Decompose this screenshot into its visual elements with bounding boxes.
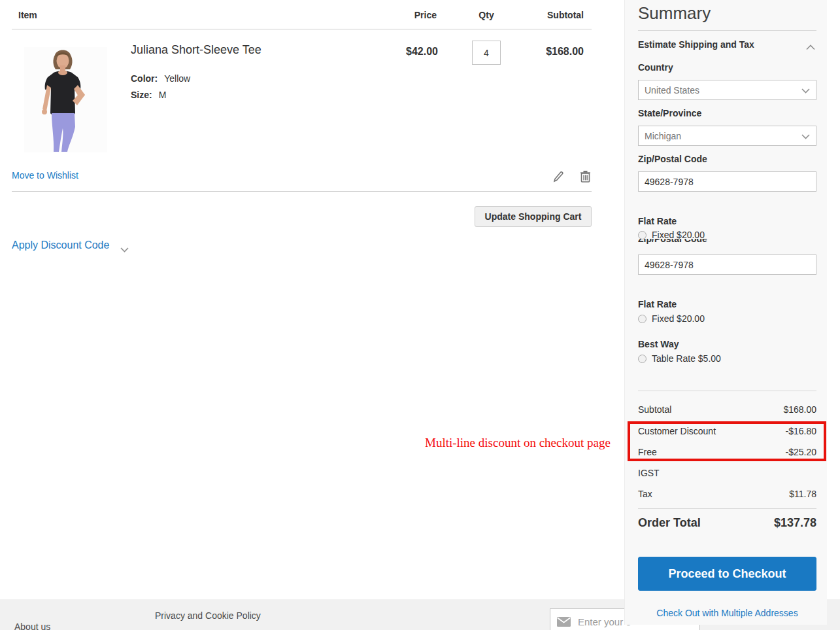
product-name[interactable]: Juliana Short-Sleeve Tee	[131, 43, 261, 57]
size-label: Size:	[131, 90, 152, 100]
column-header-item: Item	[18, 10, 37, 20]
zip-input[interactable]	[638, 171, 816, 192]
country-label: Country	[638, 62, 816, 73]
edit-item-icon[interactable]	[553, 171, 564, 186]
cart-row-divider	[12, 191, 592, 192]
summary-panel: Summary Estimate Shipping and Tax Countr…	[624, 0, 827, 625]
radio-button-icon[interactable]	[638, 231, 647, 239]
total-value: $11.78	[789, 489, 816, 499]
total-value: -$16.80	[786, 426, 816, 436]
move-to-wishlist-link[interactable]: Move to Wishlist	[12, 170, 78, 181]
country-select[interactable]: United States	[638, 80, 816, 100]
column-header-qty: Qty	[467, 10, 506, 20]
product-image[interactable]	[24, 47, 107, 152]
order-total-value: $137.78	[774, 516, 816, 530]
shipping-option-label: Fixed $20.00	[652, 313, 705, 324]
delete-item-icon[interactable]	[580, 170, 591, 186]
country-selected-value: United States	[645, 85, 699, 96]
column-header-price: Price	[366, 10, 437, 20]
totals-divider	[638, 391, 816, 391]
annotation-text: Multi-line discount on checkout page	[425, 436, 611, 450]
total-row-free-discount: Free -$25.20	[638, 447, 816, 457]
total-label: IGST	[638, 468, 660, 478]
radio-button-icon[interactable]	[638, 315, 647, 323]
color-value: Yellow	[164, 73, 190, 84]
state-select[interactable]: Michigan	[638, 126, 816, 146]
total-value: $168.00	[783, 404, 816, 415]
total-label: Subtotal	[638, 404, 671, 415]
item-subtotal: $168.00	[505, 46, 584, 58]
column-header-subtotal: Subtotal	[513, 10, 584, 20]
chevron-down-icon[interactable]	[120, 243, 129, 255]
item-price: $42.00	[360, 46, 438, 58]
total-row-customer-discount: Customer Discount -$16.80	[638, 426, 816, 436]
cart-page: Item Price Qty Subtotal Juliana Short-Sl…	[0, 0, 840, 630]
zip-label-clipped: Zip/Postal Code	[638, 239, 816, 245]
shipping-option-label: Table Rate $5.00	[652, 353, 721, 364]
chevron-up-icon[interactable]	[806, 41, 815, 53]
product-photo-illustration	[24, 47, 107, 152]
order-total-label: Order Total	[638, 516, 701, 530]
estimate-shipping-tax-header[interactable]: Estimate Shipping and Tax	[638, 39, 816, 50]
state-selected-value: Michigan	[645, 131, 681, 141]
size-value: M	[159, 90, 167, 100]
table-header-divider	[12, 29, 592, 29]
about-us-link[interactable]: About us	[14, 621, 50, 630]
privacy-policy-link[interactable]: Privacy and Cookie Policy	[155, 610, 261, 621]
shipping-group-title: Flat Rate	[638, 299, 816, 309]
select-chevron-down-icon	[801, 85, 810, 96]
total-label: Customer Discount	[638, 426, 716, 436]
order-total-row: Order Total $137.78	[638, 516, 816, 530]
total-row-subtotal: Subtotal $168.00	[638, 404, 816, 415]
summary-divider	[638, 30, 816, 31]
zip-label: Zip/Postal Code	[638, 154, 816, 164]
zip-input-duplicate[interactable]	[638, 254, 816, 275]
shipping-option-row[interactable]: Fixed $20.00	[638, 313, 705, 324]
product-size-row: Size:M	[131, 90, 166, 100]
summary-title: Summary	[638, 3, 816, 24]
order-total-divider	[638, 508, 816, 509]
qty-input[interactable]	[472, 41, 501, 65]
apply-discount-code-link[interactable]: Apply Discount Code	[12, 239, 109, 251]
total-value: -$25.20	[786, 447, 816, 457]
total-label: Tax	[638, 489, 652, 499]
shipping-group-title: Flat Rate	[638, 216, 816, 226]
proceed-to-checkout-button[interactable]: Proceed to Checkout	[638, 557, 816, 591]
total-label: Free	[638, 447, 657, 457]
state-label: State/Province	[638, 108, 816, 118]
total-row-tax: Tax $11.78	[638, 489, 816, 499]
radio-button-icon[interactable]	[638, 355, 647, 363]
shipping-option-row[interactable]: Table Rate $5.00	[638, 353, 721, 364]
shipping-group-title: Best Way	[638, 339, 816, 349]
color-label: Color:	[131, 73, 158, 84]
select-chevron-down-icon	[801, 131, 810, 141]
total-row-igst: IGST	[638, 468, 816, 478]
multi-address-checkout-link[interactable]: Check Out with Multiple Addresses	[638, 608, 816, 618]
envelope-icon	[557, 617, 571, 627]
product-color-row: Color:Yellow	[131, 73, 190, 84]
update-shopping-cart-button[interactable]: Update Shopping Cart	[475, 206, 592, 227]
